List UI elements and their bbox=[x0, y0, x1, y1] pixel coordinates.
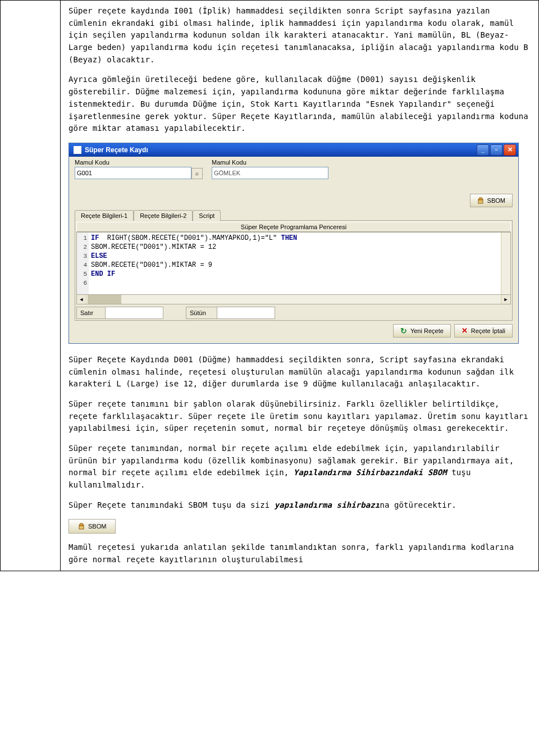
paragraph-5: Süper reçete tanımından, normal bir reçe… bbox=[68, 443, 531, 491]
tab-recete-bilgileri-1[interactable]: Reçete Bilgileri-1 bbox=[75, 210, 134, 221]
lookup-button[interactable]: ⌕ bbox=[191, 168, 203, 179]
sbom-standalone-label: SBOM bbox=[88, 523, 106, 530]
mamul-kodu-2-input: GÖMLEK bbox=[212, 167, 328, 179]
status-sutun-label: Sütün bbox=[186, 307, 217, 319]
status-sutun-value bbox=[217, 307, 275, 319]
window-title: Süper Reçete Kaydı bbox=[85, 146, 477, 154]
status-satir-value bbox=[106, 307, 163, 319]
code-lines: IF RIGHT(SBOM.RECETE("D001").MAMYAPKOD,1… bbox=[89, 233, 299, 294]
script-panel-caption: Süper Reçete Programlama Penceresi bbox=[76, 222, 511, 232]
scroll-left-icon[interactable]: ◄ bbox=[77, 295, 86, 304]
yeni-recete-label: Yeni Reçete bbox=[410, 327, 444, 334]
refresh-icon: ↻ bbox=[400, 326, 407, 335]
mamul-kodu-1-label: Mamul Kodu bbox=[75, 159, 204, 166]
paragraph-6: Süper Reçete tanımındaki SBOM tuşu da si… bbox=[68, 499, 531, 512]
script-editor[interactable]: 1 2 3 4 5 6 IF RIGHT(SBOM.RECETE("D001")… bbox=[76, 232, 511, 295]
vertical-scrollbar[interactable] bbox=[501, 233, 510, 294]
sbom-button-label: SBOM bbox=[487, 197, 505, 204]
left-margin-column bbox=[1, 1, 61, 571]
recete-iptali-label: Reçete İptali bbox=[471, 327, 505, 334]
search-icon: ⌕ bbox=[195, 170, 199, 176]
scroll-right-icon[interactable]: ► bbox=[501, 295, 510, 304]
paragraph-7: Mamül reçetesi yukarıda anlatılan şekild… bbox=[68, 541, 531, 566]
paragraph-3: Süper Reçete Kaydında D001 (Düğme) hamma… bbox=[68, 354, 531, 390]
recete-iptali-button[interactable]: ✕ Reçete İptali bbox=[454, 324, 513, 338]
close-button[interactable]: ✕ bbox=[504, 144, 516, 156]
sbom-icon bbox=[477, 197, 484, 204]
cancel-icon: ✕ bbox=[462, 326, 468, 335]
paragraph-2: Ayrıca gömleğin üretileceği bedene göre,… bbox=[68, 74, 531, 134]
horizontal-scrollbar[interactable]: ◄ ► bbox=[76, 295, 511, 304]
status-satir-label: Satır bbox=[76, 307, 106, 319]
minimize-button[interactable]: _ bbox=[477, 144, 489, 156]
svg-rect-0 bbox=[478, 200, 483, 203]
mamul-kodu-2-label: Mamul Kodu bbox=[212, 159, 335, 166]
sbom-icon bbox=[78, 522, 85, 530]
sbom-button[interactable]: SBOM bbox=[470, 194, 513, 207]
sbom-button-image: SBOM bbox=[68, 519, 531, 534]
title-bar[interactable]: Süper Reçete Kaydı _ ▫ ✕ bbox=[69, 143, 518, 157]
super-recipe-dialog: Süper Reçete Kaydı _ ▫ ✕ Mamul Kodu G001… bbox=[68, 143, 519, 344]
gutter: 1 2 3 4 5 6 bbox=[77, 233, 89, 294]
mamul-kodu-1-input[interactable]: G001 bbox=[75, 167, 191, 179]
paragraph-1: Süper reçete kaydında I001 (İplik) hamma… bbox=[68, 5, 531, 66]
svg-rect-1 bbox=[79, 526, 84, 529]
yeni-recete-button[interactable]: ↻ Yeni Reçete bbox=[393, 324, 451, 338]
app-icon bbox=[74, 146, 81, 154]
tab-recete-bilgileri-2[interactable]: Reçete Bilgileri-2 bbox=[134, 210, 193, 221]
tab-script[interactable]: Script bbox=[193, 210, 221, 221]
paragraph-4: Süper reçete tanımını bir şablon olarak … bbox=[68, 398, 531, 435]
scroll-thumb[interactable] bbox=[88, 295, 121, 304]
maximize-button[interactable]: ▫ bbox=[490, 144, 503, 156]
sbom-standalone-button[interactable]: SBOM bbox=[68, 519, 116, 534]
